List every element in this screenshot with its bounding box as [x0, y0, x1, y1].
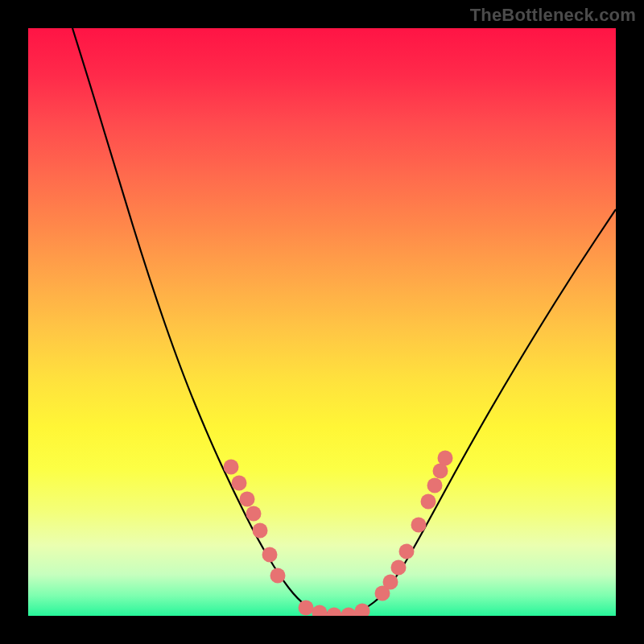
marker-dot: [312, 605, 328, 617]
marker-dot: [391, 560, 407, 576]
marker-dot: [399, 544, 415, 559]
data-markers: [224, 451, 453, 617]
marker-dot: [246, 506, 262, 522]
marker-dot: [232, 476, 247, 491]
marker-dot: [240, 492, 255, 507]
marker-dot: [411, 518, 427, 533]
marker-dot: [262, 547, 278, 563]
marker-dot: [421, 494, 436, 510]
bottleneck-curve: [72, 28, 616, 614]
marker-dot: [341, 608, 357, 617]
marker-dot: [327, 608, 342, 617]
marker-dot: [355, 604, 370, 617]
marker-dot: [253, 523, 268, 539]
marker-dot: [270, 568, 286, 584]
marker-dot: [438, 451, 453, 466]
chart-frame: TheBottleneck.com: [0, 0, 644, 644]
marker-dot: [427, 478, 443, 493]
attribution-text: TheBottleneck.com: [470, 5, 636, 26]
marker-dot: [224, 460, 239, 475]
curve-svg: [28, 28, 616, 616]
marker-dot: [383, 575, 398, 590]
plot-area: [28, 28, 616, 616]
marker-dot: [299, 601, 314, 616]
